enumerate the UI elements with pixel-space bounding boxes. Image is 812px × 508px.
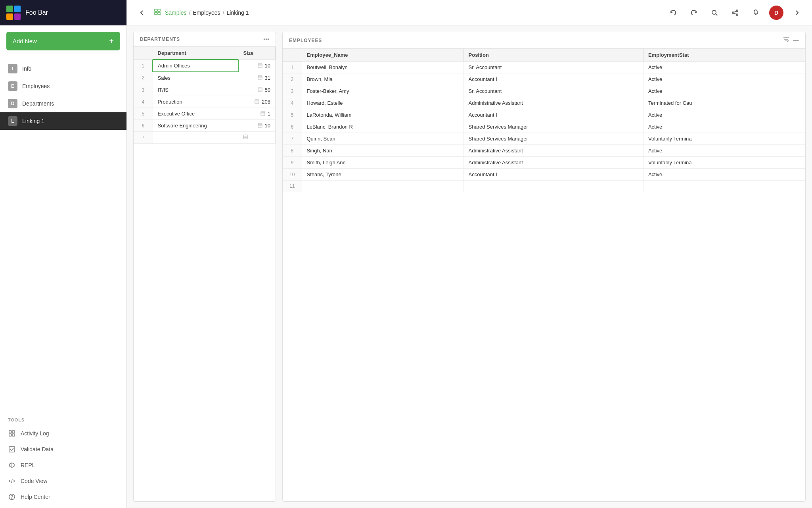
department-cell[interactable]: Sales xyxy=(153,72,238,84)
employee-name-cell[interactable]: Smith, Leigh Ann xyxy=(302,157,463,169)
add-new-button[interactable]: Add New + xyxy=(6,32,120,50)
department-cell[interactable]: IT/IS xyxy=(153,84,238,96)
dept-size-header[interactable]: Size xyxy=(238,47,276,60)
size-cell[interactable]: 208 xyxy=(238,96,276,108)
svg-point-17 xyxy=(736,10,738,12)
sidebar-item-linking1[interactable]: L Linking 1 xyxy=(0,112,126,130)
employee-name-cell[interactable]: Howard, Estelle xyxy=(302,97,463,109)
table-row[interactable]: 8Singh, NanAdministrative AssistantActiv… xyxy=(283,145,805,157)
position-cell[interactable]: Accountant I xyxy=(463,169,643,181)
notifications-button[interactable] xyxy=(749,6,763,20)
department-cell[interactable]: Production xyxy=(153,96,238,108)
table-row[interactable]: 6Software Engineering10 xyxy=(134,120,276,132)
position-cell[interactable] xyxy=(463,181,643,192)
search-button[interactable] xyxy=(707,6,722,20)
table-row[interactable]: 9Smith, Leigh AnnAdministrative Assistan… xyxy=(283,157,805,169)
department-cell[interactable]: Admin Offices xyxy=(153,60,238,72)
table-row[interactable]: 7Quinn, SeanShared Services ManagerVolun… xyxy=(283,133,805,145)
position-cell[interactable]: Administrative Assistant xyxy=(463,145,643,157)
status-cell[interactable]: Voluntarily Termina xyxy=(643,133,805,145)
tool-repl[interactable]: REPL xyxy=(0,457,126,473)
table-row[interactable]: 2Sales31 xyxy=(134,72,276,84)
position-cell[interactable]: Accountant I xyxy=(463,109,643,121)
table-row[interactable]: 3IT/IS50 xyxy=(134,84,276,96)
department-cell[interactable]: Software Engineering xyxy=(153,120,238,132)
table-row[interactable]: 3Foster-Baker, AmySr. AccountantActive xyxy=(283,85,805,97)
employee-name-cell[interactable]: Quinn, Sean xyxy=(302,133,463,145)
share-button[interactable] xyxy=(728,6,742,20)
position-cell[interactable]: Accountant I xyxy=(463,73,643,85)
breadcrumb-workspace[interactable]: Samples xyxy=(165,10,186,16)
expand-icon xyxy=(258,123,262,129)
employee-name-cell[interactable] xyxy=(302,181,463,192)
dept-department-header[interactable]: Department xyxy=(153,47,238,60)
table-row[interactable]: 5Executive Office1 xyxy=(134,108,276,120)
status-cell[interactable]: Active xyxy=(643,121,805,133)
tool-validate-data[interactable]: Validate Data xyxy=(0,441,126,457)
status-cell[interactable]: Active xyxy=(643,62,805,73)
size-cell[interactable] xyxy=(238,132,276,144)
employee-name-cell[interactable]: Singh, Nan xyxy=(302,145,463,157)
emp-status-header[interactable]: EmploymentStat xyxy=(643,49,805,62)
tool-activity-log[interactable]: Activity Log xyxy=(0,425,126,441)
position-cell[interactable]: Shared Services Manager xyxy=(463,121,643,133)
tool-validate-data-label: Validate Data xyxy=(21,446,54,452)
expand-icon xyxy=(260,111,265,117)
table-row[interactable]: 1Boutwell, BonalynSr. AccountantActive xyxy=(283,62,805,73)
employee-name-cell[interactable]: Steans, Tyrone xyxy=(302,169,463,181)
status-cell[interactable]: Active xyxy=(643,169,805,181)
employee-name-cell[interactable]: Boutwell, Bonalyn xyxy=(302,62,463,73)
employees-filter-icon[interactable] xyxy=(783,36,790,44)
svg-rect-1 xyxy=(12,431,15,433)
row-number: 4 xyxy=(283,97,302,109)
status-cell[interactable]: Active xyxy=(643,73,805,85)
emp-name-header[interactable]: Employee_Name xyxy=(302,49,463,62)
departments-panel-menu[interactable]: ••• xyxy=(263,36,269,42)
sidebar-item-info[interactable]: I Info xyxy=(0,60,126,77)
sidebar-item-departments[interactable]: D Departments xyxy=(0,95,126,112)
size-cell[interactable]: 10 xyxy=(238,60,276,72)
size-cell[interactable]: 1 xyxy=(238,108,276,120)
user-avatar[interactable]: D xyxy=(769,6,783,20)
employee-name-cell[interactable]: LeBlanc, Brandon R xyxy=(302,121,463,133)
table-row[interactable]: 6LeBlanc, Brandon RShared Services Manag… xyxy=(283,121,805,133)
svg-line-16 xyxy=(716,14,717,15)
status-cell[interactable]: Active xyxy=(643,85,805,97)
nav-back-button[interactable] xyxy=(135,6,149,20)
employee-name-cell[interactable]: Foster-Baker, Amy xyxy=(302,85,463,97)
redo-button[interactable] xyxy=(687,6,701,20)
table-row[interactable]: 1Admin Offices10 xyxy=(134,60,276,72)
table-row[interactable]: 4Production208 xyxy=(134,96,276,108)
department-cell[interactable]: Executive Office xyxy=(153,108,238,120)
table-row[interactable]: 11 xyxy=(283,181,805,192)
table-row[interactable]: 7 xyxy=(134,132,276,144)
status-cell[interactable]: Active xyxy=(643,109,805,121)
position-cell[interactable]: Shared Services Manager xyxy=(463,133,643,145)
employee-name-cell[interactable]: Brown, Mia xyxy=(302,73,463,85)
position-cell[interactable]: Administrative Assistant xyxy=(463,97,643,109)
status-cell[interactable]: Terminated for Cau xyxy=(643,97,805,109)
employee-name-cell[interactable]: LaRotonda, William xyxy=(302,109,463,121)
position-cell[interactable]: Sr. Accountant xyxy=(463,62,643,73)
tool-code-view[interactable]: Code View xyxy=(0,473,126,489)
table-row[interactable]: 4Howard, EstelleAdministrative Assistant… xyxy=(283,97,805,109)
breadcrumb-sep-2: / xyxy=(223,10,224,16)
position-cell[interactable]: Administrative Assistant xyxy=(463,157,643,169)
status-cell[interactable] xyxy=(643,181,805,192)
position-cell[interactable]: Sr. Accountant xyxy=(463,85,643,97)
tool-help-center[interactable]: Help Center xyxy=(0,489,126,505)
employees-menu-icon[interactable]: ••• xyxy=(793,37,799,44)
status-cell[interactable]: Active xyxy=(643,145,805,157)
status-cell[interactable]: Voluntarily Termina xyxy=(643,157,805,169)
department-cell[interactable] xyxy=(153,132,238,144)
undo-button[interactable] xyxy=(666,6,680,20)
sidebar-item-employees[interactable]: E Employees xyxy=(0,77,126,95)
table-row[interactable]: 10Steans, TyroneAccountant IActive xyxy=(283,169,805,181)
emp-position-header[interactable]: Position xyxy=(463,49,643,62)
size-cell[interactable]: 10 xyxy=(238,120,276,132)
size-cell[interactable]: 31 xyxy=(238,72,276,84)
size-cell[interactable]: 50 xyxy=(238,84,276,96)
table-row[interactable]: 5LaRotonda, WilliamAccountant IActive xyxy=(283,109,805,121)
nav-forward-button[interactable] xyxy=(790,6,804,20)
table-row[interactable]: 2Brown, MiaAccountant IActive xyxy=(283,73,805,85)
